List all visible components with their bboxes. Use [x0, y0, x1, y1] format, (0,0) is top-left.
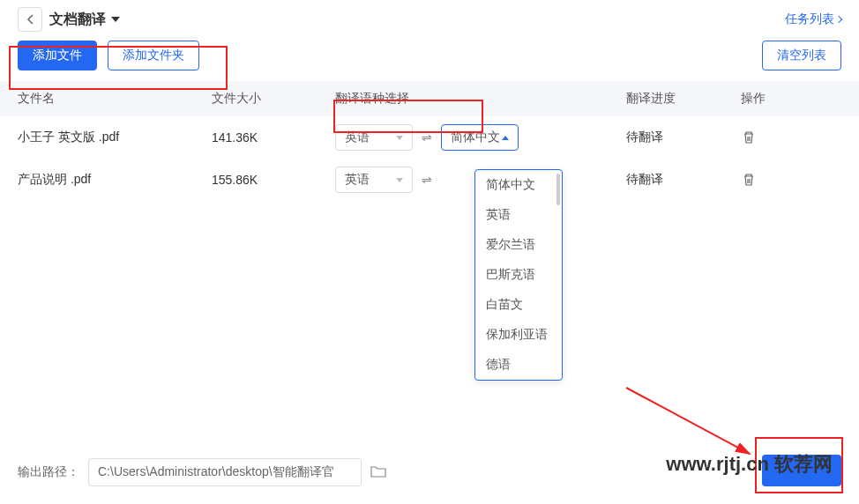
swap-icon[interactable]: ⇌	[422, 130, 432, 145]
file-size: 155.86K	[212, 173, 335, 187]
caret-down-icon	[111, 17, 120, 22]
col-header-progress: 翻译进度	[626, 91, 741, 107]
task-list-label: 任务列表	[785, 11, 834, 27]
source-lang-select[interactable]: 英语	[335, 167, 413, 193]
file-name: 产品说明 .pdf	[18, 172, 212, 188]
file-table: 文件名 文件大小 翻译语种选择 翻译进度 操作 小王子 英文版 .pdf 141…	[0, 81, 859, 201]
output-path-input[interactable]: C:\Users\Administrator\desktop\智能翻译官	[88, 458, 362, 486]
target-lang-value: 简体中文	[451, 130, 500, 145]
output-path-label: 输出路径：	[18, 464, 79, 480]
source-lang-value: 英语	[345, 172, 370, 188]
language-dropdown[interactable]: 简体中文 英语 爱尔兰语 巴斯克语 白苗文 保加利亚语 德语	[474, 169, 563, 381]
swap-icon[interactable]: ⇌	[422, 173, 432, 187]
source-lang-select[interactable]: 英语	[335, 124, 413, 151]
delete-button[interactable]	[741, 130, 757, 145]
dropdown-option[interactable]: 白苗文	[475, 290, 562, 320]
progress-text: 待翻译	[626, 172, 741, 188]
back-button[interactable]	[18, 7, 42, 32]
dropdown-option[interactable]: 德语	[475, 350, 562, 380]
dropdown-option[interactable]: 英语	[475, 200, 562, 230]
trash-icon	[742, 173, 756, 187]
progress-text: 待翻译	[626, 130, 741, 145]
col-header-action: 操作	[741, 91, 811, 107]
dropdown-option[interactable]: 爱尔兰语	[475, 230, 562, 260]
svg-line-0	[626, 388, 750, 454]
chevron-down-icon	[396, 136, 403, 140]
table-row: 小王子 英文版 .pdf 141.36K 英语 ⇌ 简体中文 待翻译	[0, 116, 859, 159]
browse-folder-button[interactable]	[370, 464, 386, 480]
dropdown-option[interactable]: 巴斯克语	[475, 260, 562, 290]
trash-icon	[742, 130, 756, 145]
watermark-text: www.rjtj.cn 软荐网	[666, 451, 833, 478]
page-title-text: 文档翻译	[49, 11, 106, 29]
chevron-up-icon	[502, 136, 509, 140]
add-file-button[interactable]: 添加文件	[18, 41, 97, 70]
file-name: 小王子 英文版 .pdf	[18, 130, 212, 145]
source-lang-value: 英语	[345, 130, 370, 145]
dropdown-option[interactable]: 保加利亚语	[475, 320, 562, 350]
task-list-link[interactable]: 任务列表	[785, 11, 841, 27]
add-folder-button[interactable]: 添加文件夹	[108, 41, 199, 70]
clear-list-button[interactable]: 清空列表	[762, 41, 841, 70]
scrollbar-thumb[interactable]	[556, 174, 560, 205]
col-header-size: 文件大小	[212, 91, 335, 107]
folder-icon	[370, 464, 386, 478]
chevron-down-icon	[396, 178, 403, 182]
page-title[interactable]: 文档翻译	[49, 11, 120, 29]
col-header-lang: 翻译语种选择	[335, 91, 626, 107]
file-size: 141.36K	[212, 130, 335, 145]
col-header-name: 文件名	[18, 91, 212, 107]
table-row: 产品说明 .pdf 155.86K 英语 ⇌ 待翻译	[0, 159, 859, 201]
delete-button[interactable]	[741, 172, 757, 188]
table-header: 文件名 文件大小 翻译语种选择 翻译进度 操作	[0, 81, 859, 116]
target-lang-select[interactable]: 简体中文	[441, 124, 519, 151]
dropdown-option[interactable]: 简体中文	[475, 170, 562, 200]
chevron-right-icon	[835, 16, 842, 23]
chevron-left-icon	[26, 14, 34, 25]
output-path-value: C:\Users\Administrator\desktop\智能翻译官	[98, 464, 334, 480]
